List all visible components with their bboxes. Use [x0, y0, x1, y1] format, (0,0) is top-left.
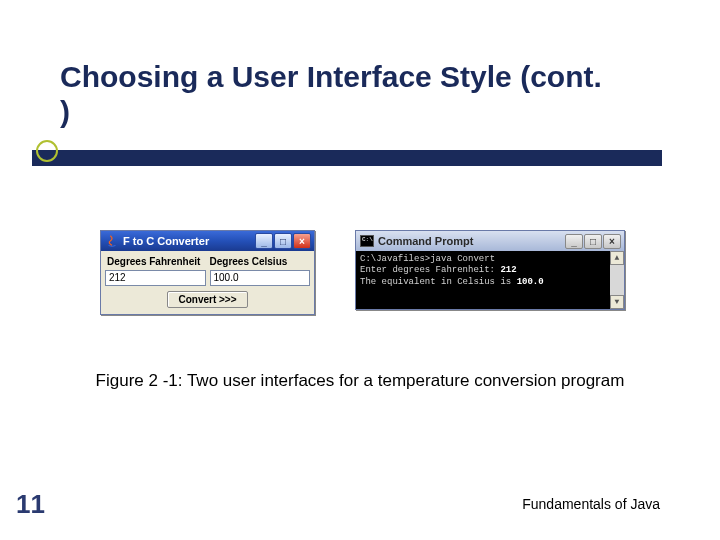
title-bullet-decoration [36, 140, 58, 162]
console-scrollbar[interactable]: ▲ ▼ [610, 251, 624, 309]
java-icon [105, 234, 119, 248]
maximize-button[interactable]: □ [584, 234, 602, 249]
gui-window-title: F to C Converter [123, 235, 255, 247]
console-window-buttons: _ □ × [565, 234, 621, 249]
minimize-button[interactable]: _ [565, 234, 583, 249]
slide-title: Choosing a User Interface Style (cont. ) [60, 60, 620, 129]
console-window-title: Command Prompt [378, 235, 565, 247]
output-celsius: 100.0 [210, 270, 311, 286]
command-prompt-icon [360, 235, 374, 247]
maximize-button[interactable]: □ [274, 233, 292, 249]
gui-window: F to C Converter _ □ × Degrees Fahrenhei… [100, 230, 315, 315]
label-celsius: Degrees Celsius [208, 254, 311, 269]
console-output: C:\Javafiles>java Convert Enter degrees … [360, 254, 620, 288]
scroll-up-icon[interactable]: ▲ [610, 251, 624, 265]
console-titlebar: Command Prompt _ □ × [356, 231, 624, 251]
close-button[interactable]: × [603, 234, 621, 249]
convert-button[interactable]: Convert >>> [167, 291, 247, 308]
label-fahrenheit: Degrees Fahrenheit [105, 254, 208, 269]
input-fahrenheit[interactable]: 212 [105, 270, 206, 286]
console-body[interactable]: C:\Javafiles>java Convert Enter degrees … [356, 251, 624, 309]
gui-titlebar: F to C Converter _ □ × [101, 231, 314, 251]
title-underline [32, 150, 662, 166]
close-button[interactable]: × [293, 233, 311, 249]
minimize-button[interactable]: _ [255, 233, 273, 249]
footer-text: Fundamentals of Java [522, 496, 660, 512]
console-window: Command Prompt _ □ × C:\Javafiles>java C… [355, 230, 625, 310]
scroll-down-icon[interactable]: ▼ [610, 295, 624, 309]
gui-window-body: Degrees Fahrenheit Degrees Celsius 212 1… [101, 251, 314, 314]
gui-window-buttons: _ □ × [255, 233, 311, 249]
figure-caption: Figure 2 -1: Two user interfaces for a t… [0, 370, 720, 393]
console-line-2: Enter degrees Fahrenheit: 212 [360, 265, 604, 276]
figure-row: F to C Converter _ □ × Degrees Fahrenhei… [100, 230, 625, 315]
page-number: 11 [16, 489, 45, 520]
console-line-1: C:\Javafiles>java Convert [360, 254, 604, 265]
console-line-3: The equivalent in Celsius is 100.0 [360, 277, 604, 288]
